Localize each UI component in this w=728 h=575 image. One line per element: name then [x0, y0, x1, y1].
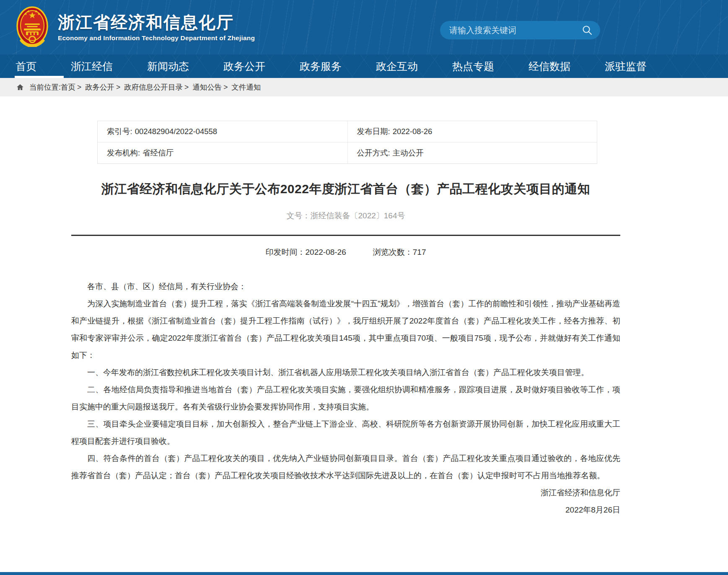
meta-cell: 发布日期:2022-08-26	[347, 121, 597, 142]
article-body: 各市、县（市、区）经信局，有关行业协会：为深入实施制造业首台（套）提升工程，落实…	[71, 278, 620, 484]
article-paragraph: 一、今年发布的浙江省数控机床工程化攻关项目计划、浙江省机器人应用场景工程化攻关项…	[71, 364, 620, 381]
meta-value: 省经信厅	[142, 148, 174, 157]
breadcrumb-link[interactable]: 通知公告	[192, 83, 222, 91]
main-nav: 首页浙江经信新闻动态政务公开政务服务政企互动热点专题经信数据派驻监督	[0, 54, 728, 78]
meta-value: 2022-08-26	[393, 127, 433, 136]
article-paragraph: 四、符合条件的首台（套）产品工程化攻关的项目，优先纳入产业链协同创新项目目录。首…	[71, 450, 620, 484]
meta-label: 公开方式:	[357, 148, 390, 157]
search-icon[interactable]	[582, 25, 593, 36]
meta-label: 索引号:	[107, 127, 132, 136]
meta-label: 发布机构:	[107, 148, 140, 157]
signature-block: 浙江省经济和信息化厅 2022年8月26日	[71, 484, 620, 518]
breadcrumb-item: 文件通知	[231, 83, 264, 91]
meta-value: 002482904/2022-04558	[135, 127, 218, 136]
site-subtitle: Economy and Information Technology Depar…	[58, 34, 255, 42]
breadcrumb-item: 通知公告>	[192, 83, 231, 91]
article-page: 索引号:002482904/2022-04558 发布日期:2022-08-26…	[71, 121, 620, 518]
article-paragraph: 各市、县（市、区）经信局，有关行业协会：	[71, 278, 620, 295]
meta-cell: 索引号:002482904/2022-04558	[98, 121, 347, 142]
site-logo[interactable]: 浙江省经济和信息化厅 Economy and Information Techn…	[16, 6, 255, 48]
article-paragraph: 二、各地经信局负责指导和推进当地首台（套）产品工程化攻关项目实施，要强化组织协调…	[71, 381, 620, 415]
search-input[interactable]	[449, 26, 582, 35]
home-icon[interactable]	[16, 83, 24, 91]
nav-item[interactable]: 新闻动态	[146, 54, 190, 78]
views-count: 717	[413, 248, 426, 256]
breadcrumb-item: 政务公开>	[85, 83, 124, 91]
site-header: 浙江省经济和信息化厅 Economy and Information Techn…	[0, 0, 728, 54]
footer-strip	[0, 572, 728, 575]
article-paragraph: 为深入实施制造业首台（套）提升工程，落实《浙江省高端装备制造业发展“十四五”规划…	[71, 295, 620, 364]
print-date-value: 2022-08-26	[306, 248, 346, 256]
signature-org: 浙江省经济和信息化厅	[71, 484, 620, 501]
breadcrumb-prefix: 当前位置:	[29, 82, 61, 92]
breadcrumb-separator: >	[223, 83, 230, 91]
breadcrumb-separator: >	[184, 83, 191, 91]
views-label: 浏览次数：	[373, 248, 413, 256]
nav-item[interactable]: 派驻监督	[604, 54, 648, 78]
publish-info-row: 印发时间：2022-08-26浏览次数：717	[71, 247, 620, 258]
site-title: 浙江省经济和信息化厅	[58, 13, 255, 32]
nav-item[interactable]: 政企互动	[375, 54, 419, 78]
meta-value: 主动公开	[393, 148, 424, 157]
breadcrumb-list: 首页> 政务公开> 政府信息公开目录> 通知公告> 文件通知	[61, 82, 264, 92]
breadcrumb-separator: >	[77, 83, 83, 91]
site-title-block: 浙江省经济和信息化厅 Economy and Information Techn…	[58, 13, 255, 42]
nav-item[interactable]: 政务服务	[299, 54, 342, 78]
national-emblem-icon	[16, 6, 49, 48]
breadcrumb: 当前位置: 首页> 政务公开> 政府信息公开目录> 通知公告> 文件通知	[0, 78, 728, 96]
print-date-label: 印发时间：	[266, 248, 306, 256]
nav-item[interactable]: 政务公开	[223, 54, 266, 78]
breadcrumb-link[interactable]: 首页	[61, 83, 75, 91]
title-divider	[71, 235, 620, 236]
meta-label: 发布日期:	[357, 127, 390, 136]
breadcrumb-link[interactable]: 政府信息公开目录	[124, 83, 183, 91]
article-title: 浙江省经济和信息化厅关于公布2022年度浙江省首台（套）产品工程化攻关项目的通知	[71, 181, 620, 198]
meta-cell: 公开方式:主动公开	[347, 142, 597, 163]
document-meta-table: 索引号:002482904/2022-04558 发布日期:2022-08-26…	[97, 121, 597, 164]
search-box[interactable]	[440, 21, 600, 39]
article-paragraph: 三、项目牵头企业要锚定项目目标，加大创新投入，整合产业链上下游企业、高校、科研院…	[71, 415, 620, 450]
nav-item[interactable]: 经信数据	[528, 54, 571, 78]
nav-item[interactable]: 首页	[15, 54, 37, 78]
breadcrumb-item: 首页>	[61, 83, 85, 91]
meta-cell: 发布机构:省经信厅	[98, 142, 347, 163]
signature-date: 2022年8月26日	[71, 501, 620, 518]
breadcrumb-link[interactable]: 文件通知	[231, 83, 261, 91]
nav-items: 首页浙江经信新闻动态政务公开政务服务政企互动热点专题经信数据派驻监督	[0, 54, 648, 78]
breadcrumb-link[interactable]: 政务公开	[85, 83, 114, 91]
nav-item[interactable]: 浙江经信	[70, 54, 114, 78]
breadcrumb-separator: >	[116, 83, 122, 91]
nav-item[interactable]: 热点专题	[451, 54, 495, 78]
breadcrumb-item: 政府信息公开目录>	[124, 83, 192, 91]
doc-number: 文号：浙经信装备〔2022〕164号	[71, 210, 620, 221]
